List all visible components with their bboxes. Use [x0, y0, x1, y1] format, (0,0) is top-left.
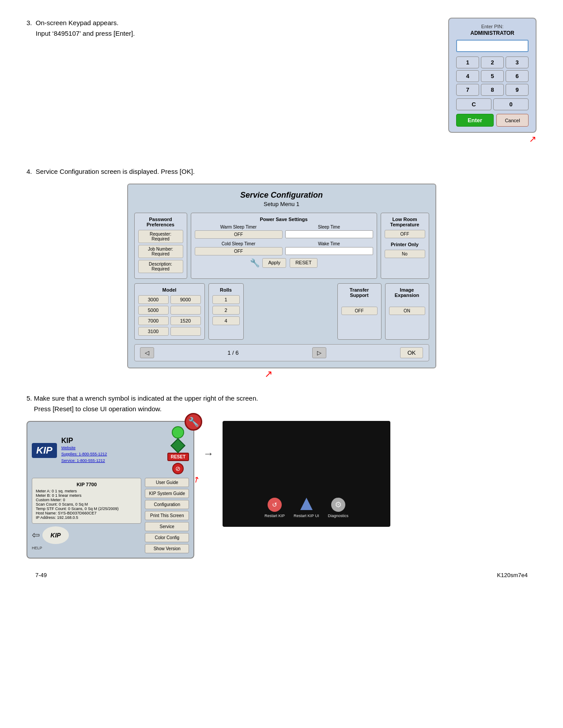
sc-title: Service Configuration — [134, 191, 429, 200]
enter-button[interactable]: Enter — [456, 114, 494, 127]
roll-4[interactable]: 4 — [212, 316, 240, 325]
model-7000[interactable]: 7000 — [138, 316, 169, 325]
printer-only-label: Printer Only — [385, 242, 425, 247]
sc-subtitle: Setup Menu 1 — [134, 201, 429, 207]
wake-time-input[interactable] — [285, 247, 373, 255]
model-3100[interactable]: 3100 — [138, 327, 169, 336]
color-config-btn[interactable]: Color Config — [145, 533, 189, 542]
doc-reference: K120sm7e4 — [497, 572, 528, 578]
sc-top-row: Password Preferences Requester:Required … — [134, 213, 429, 279]
pin-input[interactable] — [456, 40, 529, 52]
model-empty1 — [170, 306, 201, 315]
supplies-link[interactable]: Supplies: 1-800-555-1212 — [61, 451, 107, 457]
description-btn[interactable]: Description:Required — [138, 260, 183, 273]
key-7[interactable]: 7 — [456, 84, 479, 96]
keypad-title: Enter PIN: — [456, 24, 529, 29]
roll-1[interactable]: 1 — [212, 295, 240, 304]
ip-address: IP Address: 192.168.0.5 — [36, 515, 137, 520]
kip-links: Website Supplies: 1-800-555-1212 Service… — [61, 445, 107, 464]
model-empty2 — [170, 327, 201, 336]
transfer-support-box: Transfer Support OFF — [337, 283, 382, 340]
ps-apply-reset: 🔧 Apply RESET — [195, 258, 373, 268]
kip-system-guide-btn[interactable]: KIP System Guide — [145, 489, 189, 498]
key-c[interactable]: C — [456, 98, 491, 110]
cancel-button[interactable]: Cancel — [496, 114, 529, 127]
nav-prev-button[interactable]: ◁ — [140, 347, 154, 358]
requester-btn[interactable]: Requester:Required — [138, 230, 183, 243]
model-label: Model — [138, 287, 201, 293]
roll-2[interactable]: 2 — [212, 306, 240, 315]
nav-ok-button[interactable]: OK — [400, 347, 423, 358]
stop-circle-btn[interactable]: ⊘ — [172, 463, 184, 474]
key-9[interactable]: 9 — [506, 84, 529, 96]
step-5: 5. Make sure that a wrench symbol is ind… — [26, 393, 537, 559]
image-label: Image Expansion — [389, 287, 425, 298]
key-4[interactable]: 4 — [456, 70, 479, 82]
printer-only-value-btn[interactable]: No — [385, 250, 425, 258]
power-save-box: Power Save Settings Warm Sleep Timer OFF… — [191, 213, 377, 279]
reset-btn[interactable]: RESET — [290, 258, 317, 268]
spacer — [247, 283, 334, 340]
low-room-value-btn[interactable]: OFF — [385, 230, 425, 238]
service-config-screen: Service Configuration Setup Menu 1 Passw… — [127, 184, 436, 368]
configuration-btn[interactable]: Configuration — [145, 500, 189, 509]
kip-bottom-logo: KIP — [42, 526, 69, 544]
restart-kip-ui-triangle — [300, 498, 313, 510]
kip-title: KIP — [61, 437, 107, 445]
step-3: 3. On-screen Keypad appears. Input ‘8495… — [26, 18, 537, 153]
nav-next-button[interactable]: ▷ — [312, 347, 326, 358]
pin-keypad: Enter PIN: ADMINISTRATOR 1 2 3 4 5 6 7 8… — [448, 18, 537, 133]
key-3[interactable]: 3 — [506, 56, 529, 68]
warm-sleep-btn[interactable]: OFF — [195, 230, 283, 239]
green-diamond-btn[interactable] — [170, 438, 185, 453]
model-grid: 3000 9000 5000 7000 1520 3100 — [138, 295, 201, 336]
model-5000[interactable]: 5000 — [138, 306, 169, 315]
restart-kip-ui-triangle-container — [300, 498, 313, 510]
cold-sleep-btn[interactable]: OFF — [195, 247, 283, 255]
reset-arrow: ↗ — [191, 474, 202, 486]
restart-kip-ui-icon: Restart KIP UI — [294, 498, 319, 518]
model-9000[interactable]: 9000 — [170, 295, 201, 304]
host-name: Host Name: SYS-BD037D660CE7 — [36, 511, 137, 515]
low-room-temp-box: Low Room Temperature OFF Printer Only No — [381, 213, 429, 279]
kip-content-row: KIP 7700 Meter A: 0 1 sq. meters Meter B… — [32, 478, 189, 553]
keypad-subtitle: ADMINISTRATOR — [456, 30, 529, 36]
restart-kip-circle: ↺ — [268, 498, 282, 512]
image-value-btn[interactable]: ON — [389, 307, 425, 315]
low-room-label: Low Room Temperature — [385, 217, 425, 227]
apply-btn[interactable]: Apply — [262, 258, 286, 268]
key-0[interactable]: 0 — [493, 98, 529, 110]
meter-a: Meter A: 0 1 sq. meters — [36, 489, 137, 493]
black-screen: ↺ Restart KIP Restart KIP UI ⚙ Diagnosti… — [223, 421, 390, 527]
model-1520[interactable]: 1520 — [170, 316, 201, 325]
sleep-time-label: Sleep Time — [285, 225, 373, 229]
job-number-btn[interactable]: Job Number:Required — [138, 245, 183, 258]
show-version-btn[interactable]: Show Version — [145, 544, 189, 553]
print-screen-btn[interactable]: Print This Screen — [145, 511, 189, 520]
keypad-actions: Enter Cancel — [456, 114, 529, 127]
user-guide-btn[interactable]: User Guide — [145, 478, 189, 487]
transfer-value-btn[interactable]: OFF — [341, 307, 378, 315]
service-btn[interactable]: Service — [145, 522, 189, 531]
help-label: HELP — [32, 546, 141, 550]
reset-button[interactable]: RESET — [167, 453, 189, 461]
green-circle-btn[interactable] — [172, 426, 184, 439]
sleep-time-input[interactable] — [285, 230, 373, 238]
key-2[interactable]: 2 — [481, 56, 504, 68]
warm-sleep-label: Warm Sleep Timer — [195, 225, 283, 229]
key-8[interactable]: 8 — [481, 84, 504, 96]
website-link[interactable]: Website — [61, 445, 107, 451]
service-link[interactable]: Service: 1-800-555-1212 — [61, 458, 107, 464]
restart-kip-icon: ↺ Restart KIP — [264, 498, 285, 518]
model-3000[interactable]: 3000 — [138, 295, 169, 304]
sc-nav-row: ◁ 1 / 6 ▷ OK — [134, 344, 429, 361]
custom-meter: Custom Meter: 0 — [36, 498, 137, 502]
wrench-icon: 🔧 — [250, 258, 259, 268]
scan-count: Scan Count: 0 Scans, 0 Sq M — [36, 502, 137, 507]
keypad-container: Enter PIN: ADMINISTRATOR 1 2 3 4 5 6 7 8… — [448, 18, 537, 144]
key-6[interactable]: 6 — [506, 70, 529, 82]
transition-arrow: → — [203, 447, 214, 460]
nav-page-indicator: 1 / 6 — [227, 349, 238, 356]
key-5[interactable]: 5 — [481, 70, 504, 82]
key-1[interactable]: 1 — [456, 56, 479, 68]
